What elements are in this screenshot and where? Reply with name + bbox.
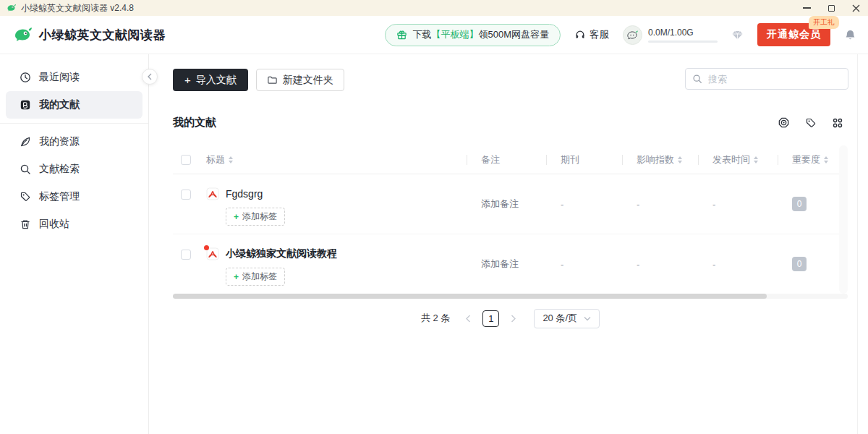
unread-dot [204,245,209,250]
select-all-checkbox[interactable] [181,155,191,165]
importance-badge[interactable]: 0 [792,197,807,211]
importance-badge[interactable]: 0 [792,257,807,271]
published-cell: - [698,234,778,294]
column-header-impact[interactable]: 影响指数 [622,145,698,174]
journal-cell: - [546,174,622,234]
chevron-down-icon [584,316,591,321]
impact-cell: - [622,234,698,294]
document-title[interactable]: Fgdsgrg [226,188,263,200]
column-header-published[interactable]: 发表时间 [698,145,778,174]
table-row: 小绿鲸独家文献阅读教程 + 添加标签 添加备注 - - - 0 [173,234,848,294]
new-folder-button[interactable]: 新建文件夹 [256,69,344,91]
row-checkbox[interactable] [181,190,191,200]
horizontal-scrollbar[interactable] [173,294,848,299]
sidebar-item-tag-management[interactable]: 标签管理 [0,183,148,210]
column-header-importance[interactable]: 重要度 [778,145,848,174]
sidebar-item-literature-search[interactable]: 文献检索 [0,156,148,183]
document-title[interactable]: 小绿鲸独家文献阅读教程 [226,247,337,260]
notification-bell-icon[interactable] [844,29,856,41]
minimize-button[interactable] [794,0,819,16]
storage-indicator: 0.0M/1.00G [623,25,718,45]
headset-icon [574,29,586,41]
sidebar-item-my-literature[interactable]: 我的文献 [6,91,142,119]
column-header-title[interactable]: 标题 [206,145,467,174]
content-right-divider [857,54,858,434]
column-header-journal: 期刊 [546,145,622,174]
sidebar-item-label: 回收站 [39,218,69,231]
vip-gift-badge: 开工礼 [809,16,839,29]
storage-usage-text: 0.0M/1.00G [648,27,718,38]
sidebar-item-label: 文献检索 [39,163,80,176]
sidebar-divider [0,123,148,124]
tag-filter-icon[interactable] [805,117,817,129]
total-count-label: 共 2 条 [421,312,450,325]
sidebar-item-label: 标签管理 [39,190,80,203]
page-number-button[interactable]: 1 [482,310,499,327]
maximize-button[interactable] [819,0,843,16]
sidebar-item-recent-reading[interactable]: 最近阅读 [0,64,148,91]
customer-service-label: 客服 [590,28,609,41]
add-tag-chip[interactable]: + 添加标签 [226,208,285,226]
section-title: 我的文献 [173,116,216,129]
horizontal-scrollbar-thumb[interactable] [173,294,767,299]
add-tag-chip[interactable]: + 添加标签 [226,268,285,286]
sidebar-item-label: 我的文献 [39,98,80,111]
app-logo: 小绿鲸英文文献阅读器 [13,26,166,43]
whale-logo-icon [13,26,33,43]
window-titlebar: 小绿鲸英文文献阅读器 v2.4.8 [0,0,868,16]
user-avatar[interactable] [623,25,642,45]
table-row: Fgdsgrg + 添加标签 添加备注 - - - 0 [173,174,848,234]
tag-icon [20,191,31,203]
column-header-note: 备注 [467,145,546,174]
feather-pen-icon [20,136,31,148]
search-icon [20,163,31,175]
pdf-file-icon [206,187,219,200]
app-whale-icon [7,4,17,12]
app-header: 小绿鲸英文文献阅读器 下载【平板端】领500M网盘容量 客服 0.0M/1.00… [0,16,868,54]
trash-icon [20,218,31,230]
display-settings-icon[interactable] [778,116,790,129]
grid-view-icon[interactable] [832,117,843,129]
sidebar-item-my-resources[interactable]: 我的资源 [0,128,148,156]
add-note-link[interactable]: 添加备注 [481,258,519,271]
sidebar-item-recycle-bin[interactable]: 回收站 [0,210,148,238]
row-checkbox[interactable] [181,250,191,260]
sort-icon[interactable] [754,156,758,163]
app-title: 小绿鲸英文文献阅读器 [39,27,166,43]
plus-icon: + [234,212,239,222]
sidebar-collapse-button[interactable] [142,69,158,85]
open-vip-button[interactable]: 开通鲸会员 开工礼 [757,23,830,46]
import-literature-button[interactable]: + 导入文献 [173,69,248,91]
library-icon [20,99,31,111]
page-size-select[interactable]: 20 条/页 [534,309,600,328]
sidebar-item-label: 我的资源 [39,135,80,148]
sidebar-item-label: 最近阅读 [39,71,80,84]
download-pill-label: 下载【平板端】领500M网盘容量 [412,28,549,41]
sidebar: 最近阅读 我的文献 我的资源 文献检索 标签管理 回收站 [0,54,149,434]
vertical-scrollbar[interactable] [839,145,848,294]
diamond-vip-icon[interactable] [731,29,744,41]
sort-icon[interactable] [824,156,828,163]
sort-icon[interactable] [229,156,233,163]
download-tablet-pill[interactable]: 下载【平板端】领500M网盘容量 [385,24,561,46]
close-button[interactable] [843,0,868,16]
published-cell: - [698,174,778,234]
pdf-file-icon [206,247,219,260]
impact-cell: - [622,174,698,234]
sort-icon[interactable] [678,156,682,163]
gift-icon [396,30,407,41]
folder-icon [267,75,278,85]
table-header-row: 标题 备注 期刊 影响指数 发表时间 重要度 [173,145,848,174]
add-note-link[interactable]: 添加备注 [481,197,519,210]
plus-icon: + [184,74,191,86]
storage-progress-bar [648,41,718,43]
pagination: 共 2 条 1 20 条/页 [173,308,848,328]
next-page-button[interactable] [506,310,522,326]
customer-service-button[interactable]: 客服 [574,28,609,41]
literature-table: 标题 备注 期刊 影响指数 发表时间 重要度 [173,145,848,294]
clock-icon [20,72,31,83]
search-input[interactable] [685,68,848,90]
window-title: 小绿鲸英文文献阅读器 v2.4.8 [21,2,134,14]
journal-cell: - [546,234,622,294]
prev-page-button[interactable] [460,310,476,326]
